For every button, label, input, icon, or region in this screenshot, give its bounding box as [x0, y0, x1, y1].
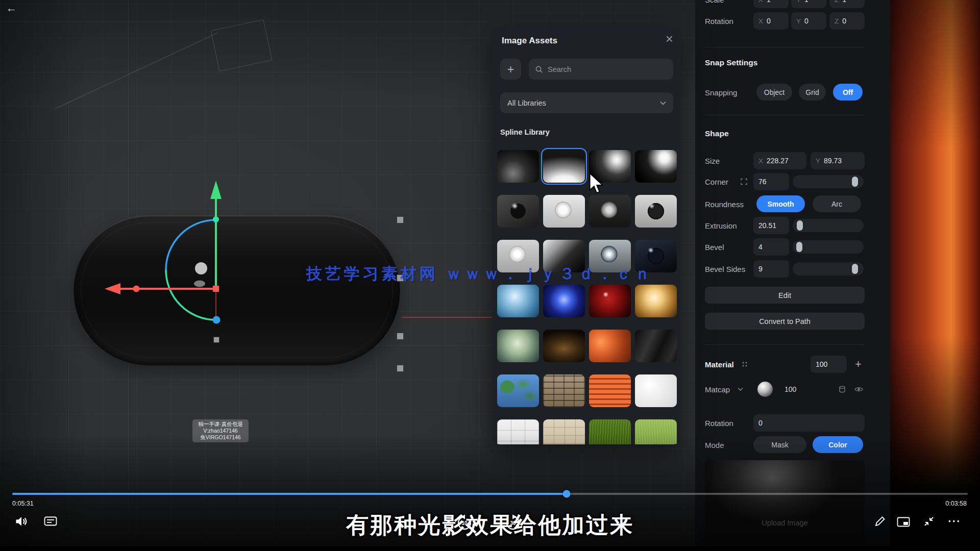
material-label: Material	[705, 360, 734, 369]
thumbnail-sphere-red-gloss[interactable]	[589, 285, 631, 317]
texture-source-icon[interactable]	[839, 386, 846, 393]
thumbnail-matcap-bottom-glow[interactable]	[543, 150, 585, 183]
selection-handle[interactable]	[397, 216, 404, 223]
matcap-preview[interactable]	[757, 382, 773, 397]
snapping-grid-button[interactable]: Grid	[799, 84, 826, 101]
thumbnail-texture-earth-map[interactable]	[497, 374, 539, 407]
size-x-field[interactable]: X 228.27	[753, 152, 806, 169]
thumbnail-sphere-sage[interactable]	[497, 330, 539, 362]
back-button[interactable]: ←	[6, 2, 17, 14]
skip-back-10-button[interactable]: 10	[456, 514, 473, 532]
thumbnail-sphere-black-gloss[interactable]	[497, 195, 539, 228]
thumbnail-sphere-gold[interactable]	[635, 285, 677, 317]
thumbnail-texture-cave[interactable]	[543, 330, 585, 362]
convert-to-path-button[interactable]: Convert to Path	[705, 313, 865, 330]
roundness-smooth-button[interactable]: Smooth	[756, 195, 805, 212]
thumbnail-texture-white-plaster[interactable]	[635, 374, 677, 407]
progress-knob[interactable]	[562, 490, 570, 498]
skip-back-value: 10	[461, 520, 468, 526]
gizmo-arc-bottom-dot[interactable]	[213, 316, 220, 324]
origin-shadow	[194, 281, 205, 287]
material-rotation-row: Rotation 0	[705, 414, 865, 432]
edit-notes-icon[interactable]	[874, 515, 886, 528]
add-material-layer-button[interactable]: +	[855, 358, 862, 371]
corner-expand-icon[interactable]	[741, 179, 747, 185]
thumbnail-texture-stone-wall[interactable]	[543, 374, 585, 407]
snapping-object-button[interactable]: Object	[756, 84, 792, 101]
extrusion-value-field[interactable]: 20.51	[753, 217, 789, 234]
rotation-x-field[interactable]: X 0	[753, 12, 789, 30]
bevel-slider[interactable]	[793, 240, 864, 254]
panel-title: Image Assets	[502, 36, 557, 46]
shape-header: Shape	[705, 129, 729, 138]
material-rotation-field[interactable]: 0	[753, 414, 865, 432]
search-field[interactable]	[529, 59, 673, 80]
corner-slider[interactable]	[793, 175, 864, 188]
add-asset-button[interactable]: +	[500, 59, 521, 80]
rotation-z-field[interactable]: Z 0	[829, 12, 865, 30]
corner-label: Corner	[705, 178, 728, 186]
thumbnail-matcap-soft-dark[interactable]	[497, 150, 539, 183]
search-icon	[535, 65, 543, 73]
volume-icon[interactable]	[14, 514, 29, 529]
rotation-y-field[interactable]: Y 0	[791, 12, 826, 30]
thumbnail-texture-rust[interactable]	[589, 330, 631, 362]
scale-z-field[interactable]: Z 1	[829, 0, 865, 8]
thumbnail-sphere-blue-glow[interactable]	[543, 285, 585, 317]
thumbnail-sphere-white[interactable]	[543, 195, 585, 228]
bevel-sides-value-field[interactable]: 9	[753, 260, 789, 278]
search-input[interactable]	[548, 65, 667, 73]
gizmo-rotate-arc-teal[interactable]	[166, 270, 216, 320]
extrusion-slider[interactable]	[793, 219, 864, 232]
selection-handle[interactable]	[397, 365, 404, 372]
size-row: Size X 228.27 Y 89.73	[705, 152, 865, 169]
thumbnail-sphere-dark-gloss[interactable]	[635, 195, 677, 228]
bevel-sides-slider[interactable]	[793, 262, 864, 276]
selection-handle[interactable]	[213, 337, 219, 343]
material-opacity-field[interactable]: 100	[811, 356, 847, 373]
bevel-slider-knob[interactable]	[796, 242, 802, 252]
material-options-icon[interactable]	[742, 361, 748, 367]
picture-in-picture-icon[interactable]	[897, 517, 910, 527]
material-rotation-label: Rotation	[705, 419, 733, 428]
bottom-black-bar	[0, 546, 980, 551]
more-options-icon[interactable]: ⋯	[947, 513, 961, 529]
extrusion-slider-knob[interactable]	[797, 220, 803, 231]
chevron-down-icon[interactable]	[738, 388, 743, 391]
visibility-icon[interactable]	[854, 386, 863, 393]
bevel-value-field[interactable]: 4	[753, 238, 789, 256]
selection-handle[interactable]	[397, 333, 404, 340]
gizmo-rotate-arc-blue[interactable]	[166, 220, 216, 270]
scale-x-field[interactable]: X 1	[753, 0, 789, 8]
corner-slider-knob[interactable]	[852, 177, 858, 187]
gizmo-y-arrowhead[interactable]	[210, 181, 222, 199]
gizmo-x-handle-dot[interactable]	[133, 286, 140, 292]
exit-fullscreen-icon[interactable]	[923, 515, 935, 528]
thumbnail-texture-roof-tiles[interactable]	[589, 374, 631, 407]
thumbnail-texture-dark-rock[interactable]	[635, 330, 677, 362]
snapping-row: Snapping Object Grid Off	[705, 84, 865, 101]
matcap-opacity-value[interactable]: 100	[785, 385, 796, 393]
corner-value-field[interactable]: 76	[753, 173, 789, 190]
divider	[705, 344, 865, 345]
edit-button[interactable]: Edit	[705, 287, 865, 304]
thumbnail-sphere-sky-blue[interactable]	[497, 285, 539, 317]
time-remaining: 0:03:58	[945, 500, 967, 507]
skip-forward-30-button[interactable]: 30	[504, 514, 522, 532]
gizmo-center-marker[interactable]	[213, 286, 219, 292]
time-elapsed: 0:05:31	[12, 500, 34, 507]
thumbnail-sphere-gray-dark-bg[interactable]	[589, 195, 631, 228]
snapping-off-button[interactable]: Off	[833, 84, 863, 101]
close-icon[interactable]: ×	[666, 31, 673, 46]
progress-bar[interactable]	[12, 493, 968, 495]
library-filter-dropdown[interactable]: All Libraries	[500, 92, 673, 113]
danmaku-toggle-icon[interactable]	[44, 516, 57, 528]
scale-y-field[interactable]: Y 1	[791, 0, 826, 8]
size-y-field[interactable]: Y 89.73	[811, 152, 865, 169]
bevel-sides-slider-knob[interactable]	[852, 264, 858, 274]
gizmo-arc-top-dot[interactable]	[213, 216, 219, 222]
roundness-arc-button[interactable]: Arc	[813, 195, 861, 212]
thumbnail-matcap-crescent[interactable]	[635, 150, 677, 183]
gizmo-x-arrowhead[interactable]	[105, 283, 120, 294]
skip-forward-value: 30	[510, 520, 516, 526]
